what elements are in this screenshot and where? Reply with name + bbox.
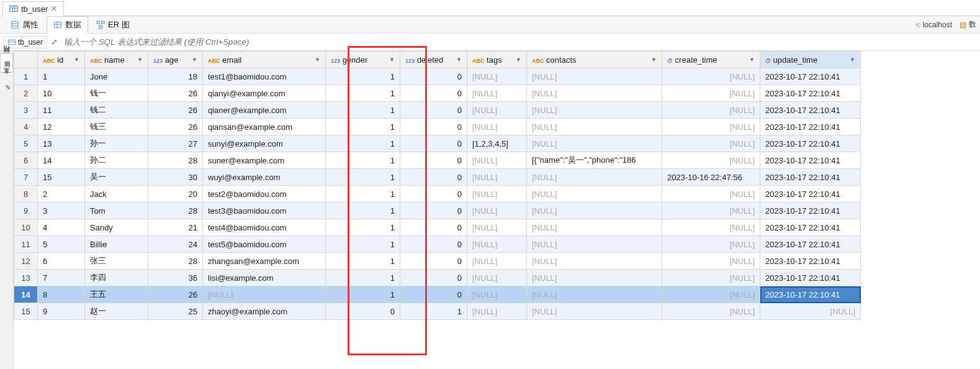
filter-dropdown-icon[interactable]: ▼ (192, 57, 197, 63)
cell-update_time[interactable]: 2023-10-17 22:10:41 (760, 135, 861, 152)
cell-gender[interactable]: 1 (326, 270, 400, 286)
cell-update_time[interactable]: 2023-10-17 22:10:41 (760, 236, 861, 253)
cell-email[interactable]: [NULL] (203, 286, 326, 303)
cell-id[interactable]: 11 (38, 102, 85, 119)
cell-gender[interactable]: 1 (326, 135, 400, 152)
cell-contacts[interactable]: [NULL] (527, 68, 662, 85)
column-header-id[interactable]: ABC id▼ (38, 52, 85, 68)
cell-age[interactable]: 26 (148, 102, 203, 119)
cell-create_time[interactable]: [NULL] (662, 303, 760, 320)
filter-dropdown-icon[interactable]: ▼ (456, 57, 462, 63)
cell-id[interactable]: 8 (38, 286, 85, 303)
cell-email[interactable]: qianyi@example.com (203, 85, 326, 102)
cell-gender[interactable]: 1 (326, 286, 400, 303)
cell-deleted[interactable]: 0 (400, 102, 467, 119)
cell-name[interactable]: 钱二 (85, 102, 148, 119)
cell-contacts[interactable]: [NULL] (527, 186, 662, 203)
column-header-deleted[interactable]: 123 deleted▼ (400, 52, 467, 68)
cell-gender[interactable]: 1 (326, 186, 400, 203)
table-row[interactable]: 412钱三26qiansan@example.com10[NULL][NULL]… (14, 119, 861, 135)
filter-dropdown-icon[interactable]: ▼ (749, 57, 755, 63)
cell-email[interactable]: suner@example.com (203, 152, 326, 169)
cell-id[interactable]: 7 (38, 270, 85, 286)
table-row[interactable]: 115Billie24test5@baomidou.com10[NULL][NU… (14, 236, 861, 253)
cell-update_time[interactable]: 2023-10-17 22:10:41 (760, 85, 861, 102)
row-number[interactable]: 13 (14, 270, 38, 286)
cell-update_time[interactable]: 2023-10-17 22:10:41 (760, 119, 861, 135)
cell-deleted[interactable]: 0 (400, 68, 467, 85)
cell-age[interactable]: 26 (148, 85, 203, 102)
cell-tags[interactable]: [NULL] (467, 186, 527, 203)
cell-update_time[interactable]: 2023-10-17 22:10:41 (760, 186, 861, 203)
cell-id[interactable]: 1 (38, 68, 85, 85)
cell-tags[interactable]: [NULL] (467, 270, 527, 286)
row-number[interactable]: 10 (14, 219, 38, 236)
column-header-gender[interactable]: 123 gender▼ (326, 52, 400, 68)
cell-name[interactable]: 王五 (85, 286, 148, 303)
cell-id[interactable]: 6 (38, 253, 85, 270)
row-number[interactable]: 12 (14, 253, 38, 270)
row-number[interactable]: 14 (14, 286, 38, 303)
cell-gender[interactable]: 1 (326, 119, 400, 135)
cell-update_time[interactable]: 2023-10-17 22:10:41 (760, 253, 861, 270)
tab-er-diagram[interactable]: ER 图 (89, 16, 137, 34)
cell-gender[interactable]: 0 (326, 303, 400, 320)
table-row[interactable]: 513孙一27sunyi@example.com10[1,2,3,4,5][NU… (14, 135, 861, 152)
corner-cell[interactable] (14, 52, 38, 68)
filter-dropdown-icon[interactable]: ▼ (315, 57, 320, 63)
cell-age[interactable]: 25 (148, 303, 203, 320)
cell-age[interactable]: 36 (148, 270, 203, 286)
cell-age[interactable]: 20 (148, 186, 203, 203)
cell-name[interactable]: Billie (85, 236, 148, 253)
cell-name[interactable]: 吴一 (85, 169, 148, 186)
cell-id[interactable]: 14 (38, 152, 85, 169)
cell-update_time[interactable]: 2023-10-17 22:10:41 (760, 169, 861, 186)
cell-id[interactable]: 3 (38, 203, 85, 219)
cell-deleted[interactable]: 0 (400, 135, 467, 152)
cell-age[interactable]: 26 (148, 119, 203, 135)
tab-properties[interactable]: 属性 (4, 16, 45, 34)
cell-name[interactable]: 赵一 (85, 303, 148, 320)
table-row[interactable]: 82Jack20test2@baomidou.com10[NULL][NULL]… (14, 186, 861, 203)
cell-id[interactable]: 15 (38, 169, 85, 186)
cell-deleted[interactable]: 0 (400, 119, 467, 135)
cell-id[interactable]: 5 (38, 236, 85, 253)
row-number[interactable]: 6 (14, 152, 38, 169)
cell-gender[interactable]: 1 (326, 152, 400, 169)
cell-deleted[interactable]: 0 (400, 152, 467, 169)
table-row[interactable]: 311钱二26qianer@example.com10[NULL][NULL][… (14, 102, 861, 119)
cell-tags[interactable]: [NULL] (467, 236, 527, 253)
cell-tags[interactable]: [NULL] (467, 68, 527, 85)
table-row[interactable]: 104Sandy21test4@baomidou.com10[NULL][NUL… (14, 219, 861, 236)
column-header-create_time[interactable]: ⏱ create_time▼ (662, 52, 760, 68)
row-number[interactable]: 11 (14, 236, 38, 253)
table-chip[interactable]: tb_user (4, 36, 47, 48)
filter-dropdown-icon[interactable]: ▼ (516, 57, 521, 63)
cell-deleted[interactable]: 0 (400, 219, 467, 236)
cell-create_time[interactable]: [NULL] (662, 85, 760, 102)
cell-update_time[interactable]: 2023-10-17 22:10:41 (760, 219, 861, 236)
row-number[interactable]: 7 (14, 169, 38, 186)
cell-tags[interactable]: [NULL] (467, 286, 527, 303)
filter-dropdown-icon[interactable]: ▼ (850, 57, 855, 63)
cell-contacts[interactable]: [NULL] (527, 102, 662, 119)
cell-id[interactable]: 9 (38, 303, 85, 320)
cell-name[interactable]: Jack (85, 186, 148, 203)
cell-tags[interactable]: [NULL] (467, 85, 527, 102)
cell-email[interactable]: wuyi@example.com (203, 169, 326, 186)
column-header-age[interactable]: 123 age▼ (148, 52, 203, 68)
cell-contacts[interactable]: [NULL] (527, 270, 662, 286)
cell-gender[interactable]: 1 (326, 203, 400, 219)
cell-deleted[interactable]: 0 (400, 253, 467, 270)
cell-email[interactable]: zhaoyi@example.com (203, 303, 326, 320)
cell-deleted[interactable]: 0 (400, 286, 467, 303)
cell-age[interactable]: 27 (148, 135, 203, 152)
cell-id[interactable]: 12 (38, 119, 85, 135)
cell-deleted[interactable]: 0 (400, 186, 467, 203)
cell-gender[interactable]: 1 (326, 253, 400, 270)
editor-tab-tb_user[interactable]: tb_user ✕ (2, 1, 64, 16)
cell-age[interactable]: 18 (148, 68, 203, 85)
cell-email[interactable]: sunyi@example.com (203, 135, 326, 152)
cell-email[interactable]: test1@baomidou.com (203, 68, 326, 85)
cell-age[interactable]: 21 (148, 219, 203, 236)
